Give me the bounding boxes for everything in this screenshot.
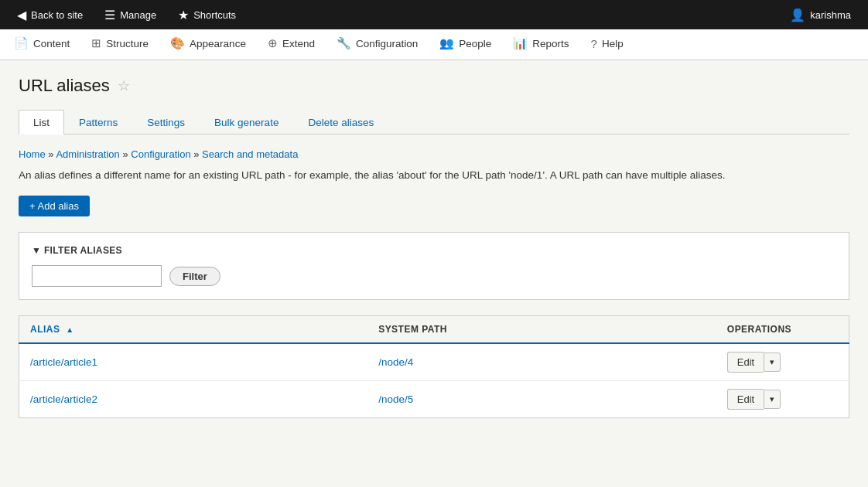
alias-link[interactable]: /article/article2 — [30, 393, 97, 405]
tab-delete-aliases[interactable]: Delete aliases — [293, 110, 388, 135]
breadcrumb: Home » Administration » Configuration » … — [19, 148, 849, 160]
operations-column-header: OPERATIONS — [716, 316, 849, 344]
user-menu-button[interactable]: 👤 karishma — [779, 0, 862, 29]
table-row: /article/article1 /node/4 Edit ▾ — [19, 343, 849, 381]
appearance-icon: 🎨 — [170, 36, 185, 50]
filter-button[interactable]: Filter — [169, 267, 220, 286]
filter-row: Filter — [32, 265, 836, 287]
extend-icon: ⊕ — [268, 36, 278, 50]
nav-configuration[interactable]: 🔧 Configuration — [326, 29, 429, 60]
filter-panel: ▼ FILTER ALIASES Filter — [19, 232, 849, 300]
structure-icon: ⊞ — [91, 36, 101, 50]
system-path-link[interactable]: /node/5 — [378, 393, 413, 405]
page-content: URL aliases ☆ List Patterns Settings Bul… — [0, 60, 868, 447]
nav-extend[interactable]: ⊕ Extend — [257, 29, 326, 60]
table-header-row: ALIAS ▲ SYSTEM PATH OPERATIONS — [19, 316, 849, 344]
tab-list[interactable]: List — [19, 110, 64, 135]
alias-table: ALIAS ▲ SYSTEM PATH OPERATIONS /article/… — [19, 315, 849, 418]
system-path-link[interactable]: /node/4 — [378, 356, 413, 368]
alias-cell: /article/article1 — [19, 343, 368, 381]
edit-dropdown-button[interactable]: ▾ — [764, 352, 781, 372]
tab-bulk-generate[interactable]: Bulk generate — [200, 110, 293, 135]
operations-cell: Edit ▾ — [716, 343, 849, 381]
page-title: URL aliases — [19, 76, 110, 96]
tab-patterns[interactable]: Patterns — [64, 110, 132, 135]
manage-button[interactable]: ☰ Manage — [94, 0, 167, 29]
user-icon: 👤 — [790, 8, 805, 22]
reports-icon: 📊 — [513, 36, 528, 50]
nav-appearance[interactable]: 🎨 Appearance — [159, 29, 257, 60]
tabs: List Patterns Settings Bulk generate Del… — [19, 110, 849, 135]
people-icon: 👥 — [439, 36, 454, 50]
shortcuts-button[interactable]: ★ Shortcuts — [167, 0, 247, 29]
secondary-nav: 📄 Content ⊞ Structure 🎨 Appearance ⊕ Ext… — [0, 29, 868, 60]
alias-column-header[interactable]: ALIAS ▲ — [19, 316, 368, 344]
favorite-star-icon[interactable]: ☆ — [118, 77, 130, 94]
alias-cell: /article/article2 — [19, 381, 368, 418]
nav-content[interactable]: 📄 Content — [3, 29, 80, 60]
manage-icon: ☰ — [104, 8, 115, 22]
configuration-icon: 🔧 — [337, 36, 351, 50]
breadcrumb-home[interactable]: Home — [19, 148, 46, 160]
breadcrumb-configuration[interactable]: Configuration — [131, 148, 190, 160]
system-path-column-header: SYSTEM PATH — [367, 316, 716, 344]
edit-button[interactable]: Edit — [727, 352, 764, 373]
nav-reports[interactable]: 📊 Reports — [502, 29, 579, 60]
back-arrow-icon: ◀ — [17, 8, 26, 22]
star-icon: ★ — [178, 8, 189, 22]
nav-structure[interactable]: ⊞ Structure — [80, 29, 159, 60]
filter-panel-title: ▼ FILTER ALIASES — [32, 245, 836, 256]
system-path-cell: /node/4 — [367, 343, 716, 381]
sort-arrow-icon: ▲ — [66, 325, 73, 334]
description-text: An alias defines a different name for an… — [19, 168, 849, 183]
nav-help[interactable]: ? Help — [580, 29, 634, 60]
tab-settings[interactable]: Settings — [132, 110, 200, 135]
system-path-cell: /node/5 — [367, 381, 716, 418]
edit-dropdown-button[interactable]: ▾ — [764, 390, 781, 409]
breadcrumb-administration[interactable]: Administration — [56, 148, 119, 160]
add-alias-button[interactable]: + Add alias — [19, 196, 90, 216]
table-row: /article/article2 /node/5 Edit ▾ — [19, 381, 849, 418]
operations-cell: Edit ▾ — [716, 381, 849, 418]
filter-input[interactable] — [32, 265, 162, 287]
page-title-row: URL aliases ☆ — [19, 76, 849, 96]
breadcrumb-search-and-metadata[interactable]: Search and metadata — [202, 148, 298, 160]
edit-button[interactable]: Edit — [727, 389, 764, 410]
help-icon: ? — [591, 37, 597, 50]
admin-bar: ◀ Back to site ☰ Manage ★ Shortcuts 👤 ka… — [0, 0, 868, 29]
back-to-site-button[interactable]: ◀ Back to site — [6, 0, 94, 29]
nav-people[interactable]: 👥 People — [429, 29, 502, 60]
alias-link[interactable]: /article/article1 — [30, 356, 97, 368]
content-icon: 📄 — [14, 36, 29, 50]
